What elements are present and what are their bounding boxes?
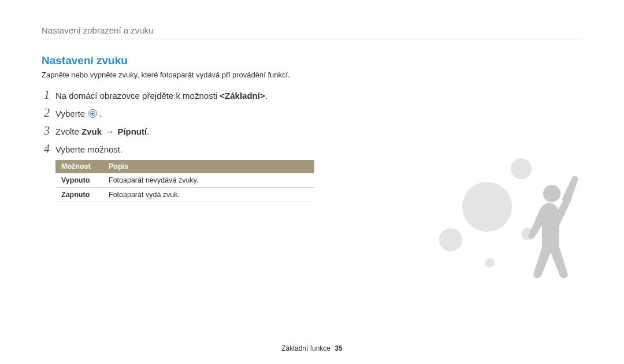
step-2: 2 Vyberte .	[42, 106, 582, 120]
document-page: Nastavení zobrazení a zvuku Nastavení zv…	[0, 0, 624, 364]
step-number: 4	[42, 142, 50, 155]
header-divider	[42, 39, 582, 39]
cell-option: Zapnuto	[55, 188, 103, 202]
col-option: Možnost	[55, 160, 103, 173]
decorative-illustration	[393, 144, 601, 329]
step-number: 3	[42, 124, 50, 138]
step-text: Na domácí obrazovce přejděte k možnosti …	[55, 91, 268, 101]
cell-option: Vypnuto	[55, 173, 103, 188]
step-text: Vyberte možnost.	[55, 144, 122, 154]
step-3: 3 Zvolte Zvuk → Pípnutí.	[42, 124, 582, 138]
options-table: Možnost Popis Vypnuto Fotoaparát nevydáv…	[55, 160, 314, 202]
footer-section: Základní funkce	[281, 344, 330, 352]
col-description: Popis	[103, 160, 314, 173]
step-4: 4 Vyberte možnost.	[42, 142, 582, 155]
table-header-row: Možnost Popis	[55, 160, 314, 173]
step-1: 1 Na domácí obrazovce přejděte k možnost…	[42, 88, 582, 102]
settings-target-icon	[88, 109, 97, 118]
cell-description: Fotoaparát vydá zvuk.	[103, 188, 314, 202]
svg-point-3	[521, 228, 534, 240]
page-header: Nastavení zobrazení a zvuku	[42, 25, 582, 35]
svg-point-1	[462, 182, 512, 232]
svg-point-2	[511, 158, 532, 179]
step-text: Zvolte Zvuk → Pípnutí.	[55, 127, 149, 136]
section-heading: Nastavení zvuku	[42, 54, 582, 67]
svg-point-4	[485, 258, 495, 268]
step-number: 2	[42, 106, 50, 120]
cell-description: Fotoaparát nevydává zvuky.	[103, 173, 314, 188]
table-row: Zapnuto Fotoaparát vydá zvuk.	[55, 188, 314, 202]
child-silhouette-icon	[529, 176, 578, 278]
step-text: Vyberte .	[55, 109, 102, 118]
svg-point-0	[439, 228, 462, 251]
steps-list: 1 Na domácí obrazovce přejděte k možnost…	[42, 88, 582, 155]
footer-page-number: 35	[335, 344, 342, 352]
svg-point-5	[543, 185, 560, 202]
table-row: Vypnuto Fotoaparát nevydává zvuky.	[55, 173, 314, 188]
step-number: 1	[42, 88, 50, 102]
page-footer: Základní funkce 35	[0, 344, 624, 352]
section-description: Zapněte nebo vypněte zvuky, které fotoap…	[42, 70, 582, 79]
